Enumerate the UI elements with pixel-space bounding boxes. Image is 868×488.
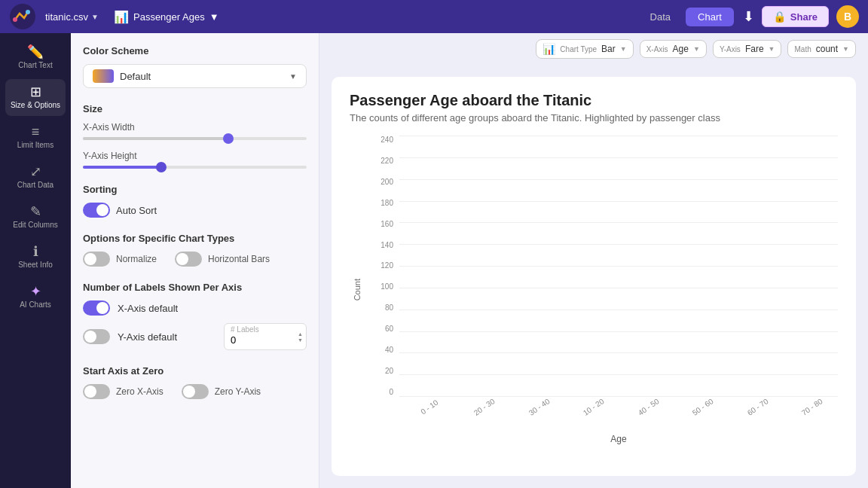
color-scheme-title: Color Scheme bbox=[83, 45, 307, 56]
svg-point-2 bbox=[26, 10, 30, 14]
horizontal-bars-option: Horizontal Bars bbox=[175, 252, 270, 267]
chart-toolbar: 📊 Chart Type Bar ▼ X-Axis Age ▼ Y-Axis F… bbox=[319, 33, 868, 65]
x-axis-label: 60 - 70 bbox=[745, 397, 769, 417]
sidebar-item-sheet-info[interactable]: ℹ Sheet Info bbox=[5, 239, 66, 276]
auto-sort-label: Auto Sort bbox=[116, 205, 157, 216]
chart-tab[interactable]: Chart bbox=[686, 8, 734, 26]
chart-type-selector[interactable]: 📊 Chart Type Bar ▼ bbox=[536, 39, 633, 59]
y-axis-default-knob bbox=[84, 331, 96, 343]
bars-container bbox=[399, 136, 838, 396]
chart-data-icon: ⤢ bbox=[30, 165, 41, 178]
x-axis-width-slider[interactable] bbox=[83, 137, 307, 140]
x-axis-selector[interactable]: X-Axis Age ▼ bbox=[640, 40, 707, 58]
y-axis-thumb[interactable] bbox=[156, 162, 167, 172]
share-button[interactable]: 🔒 Share bbox=[762, 6, 829, 27]
sidebar-item-chart-text[interactable]: ✏️ Chart Text bbox=[5, 39, 66, 76]
data-tab[interactable]: Data bbox=[638, 8, 683, 26]
sidebar-item-ai-charts[interactable]: ✦ AI Charts bbox=[5, 279, 66, 316]
x-axis-title: Age bbox=[399, 434, 838, 444]
x-axis-default-toggle[interactable] bbox=[83, 300, 110, 316]
zero-y-option: Zero Y-Axis bbox=[182, 384, 261, 399]
auto-sort-toggle[interactable] bbox=[83, 203, 110, 218]
math-caret-icon: ▼ bbox=[842, 45, 849, 53]
labels-stepper[interactable]: ▲ ▼ bbox=[298, 331, 303, 343]
x-axis-thumb[interactable] bbox=[223, 133, 234, 144]
panel-collapse-button[interactable]: ‹ bbox=[319, 247, 319, 274]
sidebar-item-label: Edit Columns bbox=[13, 221, 57, 230]
sidebar-item-limit-items[interactable]: ≡ Limit Items bbox=[5, 119, 66, 156]
chart-body: Count 240 220 bbox=[350, 136, 838, 444]
x-axis-label: 70 - 80 bbox=[800, 397, 824, 417]
horizontal-bars-toggle[interactable] bbox=[175, 252, 202, 267]
file-name[interactable]: titanic.csv ▼ bbox=[45, 11, 99, 23]
zero-y-label: Zero Y-Axis bbox=[215, 386, 261, 397]
y-axis-default-label: Y-Axis default bbox=[118, 331, 177, 343]
chart-subtitle: The counts of different age groups aboar… bbox=[350, 112, 838, 124]
y-axis-height-slider[interactable] bbox=[83, 166, 307, 169]
zero-y-toggle[interactable] bbox=[182, 384, 209, 399]
options-panel: ‹ Color Scheme Default ▼ Size X-Axis Wid… bbox=[71, 33, 319, 488]
labels-title: Number of Labels Shown Per Axis bbox=[83, 282, 307, 293]
x-axis-caret-icon: ▼ bbox=[693, 45, 700, 53]
zero-x-label: Zero X-Axis bbox=[116, 386, 164, 397]
user-avatar[interactable]: B bbox=[836, 5, 859, 28]
normalize-knob bbox=[84, 253, 96, 265]
normalize-label: Normalize bbox=[116, 254, 157, 264]
stepper-up-icon[interactable]: ▲ bbox=[298, 331, 303, 337]
sidebar-item-chart-data[interactable]: ⤢ Chart Data bbox=[5, 159, 66, 196]
header: titanic.csv ▼ 📊 Passenger Ages ▼ Data Ch… bbox=[0, 0, 868, 33]
sheet-info-icon: ℹ bbox=[33, 245, 38, 258]
math-value: count bbox=[816, 44, 838, 54]
x-axis-fill bbox=[83, 137, 228, 140]
chart-content: Passenger Age aboard the Titanic The cou… bbox=[319, 65, 868, 488]
chart-type-options-row: Normalize Horizontal Bars bbox=[83, 252, 307, 267]
chart-type-options-section: Options for Specific Chart Types Normali… bbox=[83, 233, 307, 267]
sorting-section: Sorting Auto Sort bbox=[83, 184, 307, 218]
color-scheme-select[interactable]: Default ▼ bbox=[83, 64, 307, 88]
x-axis-width-label: X-Axis Width bbox=[83, 122, 307, 133]
y-axis-fill bbox=[83, 166, 161, 169]
x-labels-container: 0 - 1020 - 3030 - 4010 - 2040 - 5050 - 6… bbox=[399, 396, 838, 434]
bars-render-area bbox=[399, 136, 838, 396]
labels-input[interactable] bbox=[231, 334, 268, 346]
sidebar-item-size-options[interactable]: ⊞ Size & Options bbox=[5, 79, 66, 116]
sorting-title: Sorting bbox=[83, 184, 307, 195]
lock-icon: 🔒 bbox=[773, 11, 786, 23]
y-axis-value: Fare bbox=[745, 44, 764, 54]
limit-items-icon: ≡ bbox=[32, 125, 40, 139]
chart-name-text: Passenger Ages bbox=[133, 11, 205, 23]
sidebar-item-label: Limit Items bbox=[17, 141, 53, 150]
y-axis-labels-row: Y-Axis default # Labels ▲ ▼ bbox=[83, 323, 307, 350]
x-axis-label: 20 - 30 bbox=[472, 397, 497, 417]
x-axis-labels-row: X-Axis default bbox=[83, 300, 307, 316]
y-axis-default-toggle[interactable] bbox=[83, 329, 110, 344]
svg-point-1 bbox=[13, 17, 17, 22]
size-title: Size bbox=[83, 103, 307, 114]
math-selector[interactable]: Math count ▼ bbox=[787, 40, 856, 58]
auto-sort-row: Auto Sort bbox=[83, 203, 307, 218]
chart-caret-icon: ▼ bbox=[209, 11, 219, 23]
x-axis-value: Age bbox=[673, 44, 689, 54]
y-axis-selector[interactable]: Y-Axis Fare ▼ bbox=[713, 40, 782, 58]
labels-placeholder: # Labels bbox=[231, 325, 259, 334]
horizontal-bars-label: Horizontal Bars bbox=[208, 254, 270, 264]
zero-x-toggle[interactable] bbox=[83, 384, 110, 399]
download-button[interactable]: ⬇ bbox=[743, 8, 754, 25]
sidebar-item-label: Sheet Info bbox=[18, 261, 53, 270]
labels-section: Number of Labels Shown Per Axis X-Axis d… bbox=[83, 282, 307, 350]
start-axis-section: Start Axis at Zero Zero X-Axis Zero Y-Ax… bbox=[83, 365, 307, 399]
axis-zero-row: Zero X-Axis Zero Y-Axis bbox=[83, 384, 307, 399]
x-axis-default-label: X-Axis default bbox=[118, 303, 178, 314]
header-actions: ⬇ 🔒 Share B bbox=[743, 5, 859, 28]
y-axis-label: Count bbox=[353, 279, 365, 300]
start-axis-title: Start Axis at Zero bbox=[83, 365, 307, 377]
labels-input-wrap: # Labels ▲ ▼ bbox=[224, 323, 307, 350]
x-axis-label: 50 - 60 bbox=[691, 397, 715, 417]
math-label: Math bbox=[794, 45, 811, 53]
sidebar-item-edit-columns[interactable]: ✎ Edit Columns bbox=[5, 199, 66, 236]
stepper-down-icon[interactable]: ▼ bbox=[298, 337, 303, 343]
file-name-text: titanic.csv bbox=[45, 11, 88, 23]
chart-name[interactable]: 📊 Passenger Ages ▼ bbox=[114, 10, 219, 24]
normalize-toggle[interactable] bbox=[83, 252, 110, 267]
x-axis-label: 0 - 10 bbox=[420, 398, 440, 416]
